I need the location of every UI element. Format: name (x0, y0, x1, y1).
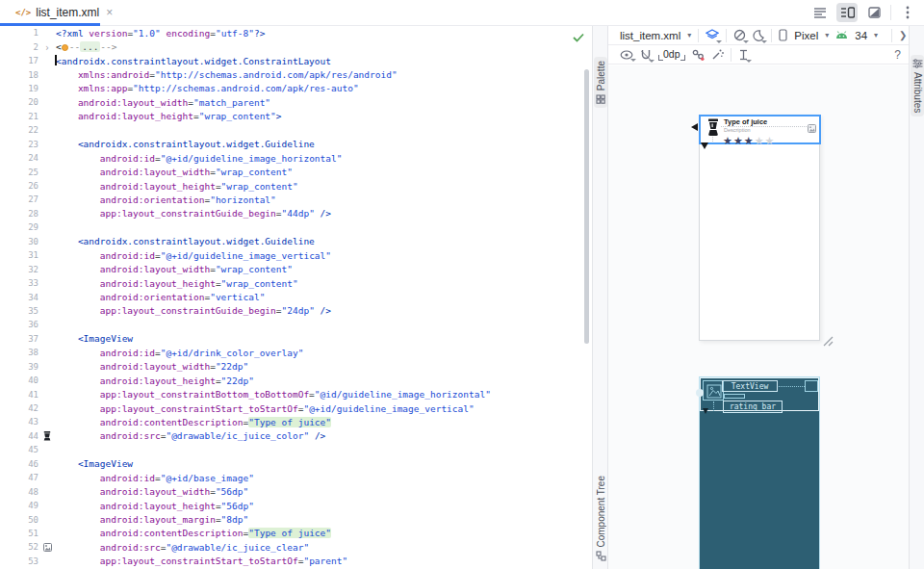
code-line[interactable]: 46 <ImageView (0, 457, 592, 471)
design-preview-device[interactable]: Type of juice Description ★★★★★ (699, 115, 820, 341)
code-line[interactable]: 23 <androidx.constraintlayout.widget.Gui… (0, 138, 592, 151)
tab-list-item-xml[interactable]: </> list_item.xml × (6, 0, 122, 25)
line-number: 43 (0, 417, 38, 427)
code-line[interactable]: 19 xmlns:app="http://schemas.android.com… (0, 82, 592, 95)
image-gutter-icon[interactable] (43, 543, 52, 552)
star-icon[interactable]: ★ (733, 135, 744, 147)
design-view-button[interactable] (863, 3, 885, 22)
star-icon[interactable]: ★ (765, 135, 776, 147)
guidelines-ibeam-icon[interactable] (738, 49, 749, 61)
attributes-tab[interactable]: Attributes (911, 55, 924, 116)
code-line[interactable]: 31 android:id="@+id/guideline_image_vert… (0, 248, 592, 262)
code-editor[interactable]: 1<?xml version="1.0" encoding="utf-8"?>2… (0, 26, 593, 569)
night-mode-icon[interactable] (753, 30, 764, 41)
blueprint-ratingbar-label[interactable]: rating_bar (723, 401, 783, 413)
code-line[interactable]: 52 android:src="@drawable/ic_juice_clear… (0, 540, 592, 554)
code-line[interactable]: 37 <ImageView (0, 332, 592, 346)
code-line[interactable]: 25 android:layout_width="wrap_content" (0, 165, 592, 178)
blueprint-anchor-handle[interactable] (696, 389, 704, 397)
canvas-resize-handle[interactable] (823, 333, 834, 344)
line-number: 53 (0, 556, 38, 566)
code-line[interactable]: 42 app:layout_constraintStart_toStartOf=… (0, 401, 592, 415)
code-line[interactable]: 20 android:layout_width="match_parent" (0, 95, 592, 109)
code-line[interactable]: 24 android:id="@+id/guideline_image_hori… (0, 151, 592, 165)
blender-gutter-icon[interactable] (43, 431, 51, 441)
api-level-selector[interactable]: 34 (855, 30, 867, 41)
chevron-right-icon[interactable]: ❯ (899, 30, 907, 40)
intention-bulb-icon[interactable] (62, 44, 68, 51)
code-line[interactable]: 22 (0, 123, 592, 137)
autoconnect-magnet-icon[interactable] (640, 49, 652, 61)
line-number: 1 (0, 28, 38, 38)
code-line[interactable]: 41 app:layout_constraintBottom_toBottomO… (0, 387, 592, 401)
view-options-eye-icon[interactable] (620, 50, 633, 60)
star-icon[interactable]: ★ (723, 135, 733, 147)
code-line[interactable]: 38 android:id="@+id/drink_color_overlay" (0, 346, 592, 359)
code-line[interactable]: 32 android:layout_width="wrap_content" (0, 262, 592, 275)
code-line[interactable]: 17<androidx.constraintlayout.widget.Cons… (0, 54, 592, 67)
default-margin-selector[interactable]: 0dp (658, 48, 685, 61)
code-line[interactable]: 35 app:layout_constraintGuide_begin="24d… (0, 304, 592, 318)
device-selector[interactable]: Pixel (794, 30, 818, 41)
code-line[interactable]: 34 android:orientation="vertical" (0, 290, 592, 303)
blueprint-overlay-box[interactable] (805, 380, 818, 392)
blueprint-textview-label[interactable]: TextView (722, 380, 778, 392)
code-line[interactable]: 49 android:layout_height="56dp" (0, 499, 592, 512)
line-number: 2 (0, 42, 38, 52)
code-line[interactable]: 21 android:layout_height="wrap_content"> (0, 110, 592, 123)
juice-blender-icon[interactable] (706, 118, 720, 141)
code-line[interactable]: 43 android:contentDescription="Type of j… (0, 415, 592, 428)
code-line[interactable]: 28 app:layout_constraintGuide_begin="44d… (0, 207, 592, 220)
selected-list-item-card[interactable]: Type of juice Description ★★★★★ (699, 115, 821, 144)
line-number: 22 (0, 125, 38, 135)
code-line[interactable]: 26 android:layout_height="wrap_content" (0, 179, 592, 193)
code-line[interactable]: 47 android:id="@+id/base_image" (0, 471, 592, 484)
code-line[interactable]: 1<?xml version="1.0" encoding="utf-8"?> (0, 26, 592, 39)
blueprint-description-box[interactable] (724, 394, 745, 399)
code-line[interactable]: 36 (0, 318, 592, 331)
code-line[interactable]: 44 android:src="@drawable/ic_juice_color… (0, 429, 592, 443)
code-line[interactable]: 50 android:layout_margin="8dp" (0, 512, 592, 526)
orientation-icon[interactable] (733, 29, 746, 41)
code-line[interactable]: 29 (0, 220, 592, 234)
design-canvas[interactable]: Type of juice Description ★★★★★ (608, 65, 909, 569)
component-tree-tab[interactable]: Component Tree (594, 472, 607, 566)
split-view-button[interactable] (836, 3, 858, 22)
line-number: 51 (0, 529, 38, 538)
design-file-selector[interactable]: list_item.xml (620, 30, 680, 41)
fold-arrow-icon[interactable]: › (44, 41, 49, 53)
blueprint-imageview-box[interactable] (703, 380, 724, 401)
more-options-icon[interactable] (897, 3, 918, 22)
inspection-ok-icon[interactable] (573, 29, 584, 46)
code-line[interactable]: 48 android:layout_width="56dp" (0, 484, 592, 498)
infer-constraints-wand-icon[interactable] (711, 48, 724, 61)
code-line[interactable]: 45 (0, 443, 592, 456)
chevron-down-icon: ▾ (687, 31, 691, 39)
star-icon[interactable]: ★ (744, 135, 755, 147)
left-tool-strip: Palette Component Tree (593, 26, 608, 569)
imageview-badge-icon[interactable] (808, 119, 816, 137)
code-line[interactable]: 40 android:layout_height="22dp" (0, 374, 592, 387)
code-line[interactable]: 53 app:layout_constraintStart_toStartOf=… (0, 555, 592, 568)
code-line[interactable]: 39 android:layout_width="22dp" (0, 360, 592, 374)
line-number: 42 (0, 403, 38, 413)
tab-close-icon[interactable]: × (106, 6, 113, 19)
star-icon[interactable]: ★ (755, 135, 765, 147)
palette-tab[interactable]: Palette (594, 57, 607, 108)
blueprint-device[interactable]: TextView rating_bar (699, 376, 820, 569)
code-line[interactable]: 2›<--...--> (0, 39, 592, 53)
code-line[interactable]: 18 xmlns:android="http://schemas.android… (0, 67, 592, 81)
code-line[interactable]: 33 android:layout_height="wrap_content" (0, 276, 592, 290)
rating-bar[interactable]: ★★★★★ (723, 131, 775, 148)
clear-constraints-icon[interactable] (692, 49, 705, 61)
code-line[interactable]: 51 android:contentDescription="Type of j… (0, 527, 592, 540)
line-number: 28 (0, 209, 38, 219)
code-line[interactable]: 27 android:orientation="horizontal" (0, 193, 592, 206)
design-surface-icon[interactable] (706, 29, 719, 41)
blueprint-selected-card[interactable]: TextView rating_bar (700, 377, 819, 411)
line-number: 49 (0, 501, 38, 510)
code-line[interactable]: 30 <androidx.constraintlayout.widget.Gui… (0, 235, 592, 248)
editor-scrollbar[interactable] (584, 69, 589, 344)
code-view-button[interactable] (809, 3, 831, 22)
help-icon[interactable]: ? (894, 48, 901, 62)
